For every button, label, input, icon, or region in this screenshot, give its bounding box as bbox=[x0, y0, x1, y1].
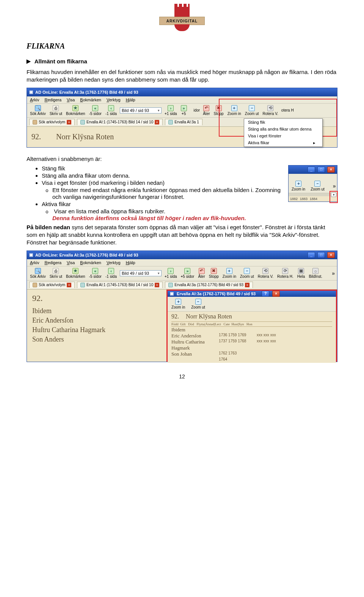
skrivut-button[interactable]: ⎙Skriv ut bbox=[49, 105, 63, 116]
close-button[interactable]: × bbox=[272, 291, 280, 297]
popup-zoomin-button[interactable]: ＋Zoom in bbox=[171, 299, 186, 309]
roterav-button[interactable]: ⟲Rotera V. bbox=[257, 268, 274, 279]
mini-zoomin-button[interactable]: ＋Zoom in bbox=[291, 181, 306, 191]
menu-verktyg[interactable]: Verktyg bbox=[107, 98, 121, 102]
minus1-button[interactable]: ‹-1 sida bbox=[105, 105, 118, 116]
overflow-icon[interactable]: » bbox=[333, 183, 336, 189]
window-title: AD OnLine: Ervalla AI:3a (1762-1776) Bil… bbox=[35, 90, 138, 95]
ctx-visa-eget[interactable]: Visa i eget fönster bbox=[244, 132, 322, 139]
mini-zoomut-button[interactable]: －Zoom ut bbox=[310, 181, 325, 191]
menu-bokmarken[interactable]: Bokmärken bbox=[80, 98, 101, 102]
tab-ervalla1[interactable]: Ervalla AI:1 (1745-1763) Bild 14 / sid 1… bbox=[77, 282, 163, 288]
close-icon[interactable]: × bbox=[245, 283, 249, 287]
tab-overflow-button[interactable]: ▾ bbox=[331, 192, 336, 197]
ater-button[interactable]: ↶Åter bbox=[202, 105, 210, 116]
zoomin-button[interactable]: ＋Zoom in bbox=[227, 105, 242, 116]
ctx-stang-andra[interactable]: Stäng alla andra flikar utom denna bbox=[244, 126, 322, 132]
page-number: 12 bbox=[27, 373, 337, 380]
tab-ervalla1[interactable]: Ervalla AI:1 (1745-1763) Bild 14 / sid 1… bbox=[77, 119, 163, 125]
close-icon[interactable]: × bbox=[67, 120, 71, 124]
intro-paragraph: Flikarnas huvuden innehåller en del funk… bbox=[27, 68, 337, 84]
zoomut-button[interactable]: －Zoom ut bbox=[239, 268, 255, 279]
ctx-aktiva-flikar[interactable]: Aktiva flikar▸ bbox=[244, 139, 322, 146]
popup-zoomut-button[interactable]: －Zoom ut bbox=[190, 299, 206, 309]
overflow-icon[interactable]: » bbox=[332, 270, 335, 276]
bildinst-button[interactable]: ☼BildInst. bbox=[308, 268, 323, 279]
print-icon: ⎙ bbox=[53, 105, 59, 111]
close-icon[interactable]: × bbox=[155, 120, 159, 124]
close-button[interactable]: × bbox=[327, 252, 335, 258]
year-label: 1884 bbox=[310, 197, 317, 201]
ledger-line: Ibidem bbox=[32, 307, 161, 315]
menu-bokmarken[interactable]: Bokmärken bbox=[80, 260, 101, 265]
popup-titlebar: ▣ Ervalla AI:3a (1762-1776) Bild 49 / si… bbox=[168, 291, 336, 297]
document-view: 92. Ibidem Eric Andersſon Huſtru Cathari… bbox=[27, 290, 337, 362]
bokmarken-button[interactable]: ★Bokmärken bbox=[65, 105, 86, 116]
menu-hjalp[interactable]: Hjälp bbox=[126, 98, 135, 102]
zoomin-button[interactable]: ＋Zoom in bbox=[222, 268, 237, 279]
minus5-button[interactable]: «-5 sidor bbox=[88, 268, 102, 279]
plus1-button[interactable]: ›+1 sida bbox=[164, 105, 178, 116]
tab-search[interactable]: Sök arkiv/volym× bbox=[29, 282, 75, 288]
plus5-button[interactable]: »+5 sidor bbox=[180, 268, 195, 279]
plus5-button[interactable]: »+5 bbox=[180, 105, 188, 116]
sok-arkiv-button[interactable]: 🔍Sök Arkiv bbox=[29, 105, 47, 116]
alt-lead: Alternativen i snabbmenyn är: bbox=[27, 155, 337, 163]
hela-button[interactable]: ▣Hela bbox=[297, 268, 306, 279]
ledger-row: 1764 bbox=[171, 357, 332, 361]
minimize-button[interactable]: _ bbox=[308, 167, 315, 173]
red-note: Denna funktion återfinns också längst ti… bbox=[52, 215, 246, 221]
maximize-button[interactable]: □ bbox=[317, 252, 325, 258]
stopp-button[interactable]: ✖Stopp bbox=[213, 105, 224, 116]
menu-redigera[interactable]: Redigera bbox=[44, 98, 61, 102]
page-input[interactable]: Bild 49 / sid 93▾ bbox=[120, 270, 162, 276]
search-tab-icon bbox=[33, 120, 37, 124]
toolbar: 🔍Sök Arkiv ⎙Skriv ut ★Bokmärken «-5 sido… bbox=[27, 104, 337, 118]
minimize-button[interactable]: _ bbox=[308, 252, 315, 258]
rotateright-icon: ⟳ bbox=[282, 268, 288, 274]
undo-icon: ↶ bbox=[203, 105, 209, 111]
ctx-stang-flik[interactable]: Stäng flik bbox=[244, 119, 322, 126]
menu-visa[interactable]: Visa bbox=[67, 98, 75, 102]
ater-button[interactable]: ↶Åter bbox=[197, 268, 206, 279]
help-button[interactable]: ? bbox=[262, 291, 269, 297]
context-menu: Stäng flik Stäng alla andra flikar utom … bbox=[244, 118, 323, 147]
sok-arkiv-button[interactable]: 🔍Sök Arkiv bbox=[29, 268, 47, 279]
search-icon: 🔍 bbox=[35, 268, 41, 274]
ledger-script: Norr Klÿsna Roten bbox=[56, 132, 114, 141]
ledger-number: 92. bbox=[32, 293, 161, 303]
prev-icon: ‹ bbox=[108, 268, 114, 274]
ledger-row: Ibidem bbox=[171, 327, 332, 333]
brand-logo: ARKIVDIGITAL bbox=[27, 0, 337, 42]
menu-visa[interactable]: Visa bbox=[67, 260, 75, 265]
tab-search[interactable]: Sök arkiv/volym× bbox=[29, 119, 75, 125]
zoomout-icon: － bbox=[314, 181, 320, 187]
tab-ervalla3a[interactable]: Ervalla AI:3a (1762-1776) Bild 49 / sid … bbox=[165, 282, 253, 288]
zoomut-button[interactable]: －Zoom ut bbox=[244, 105, 260, 116]
roterav-button[interactable]: ⟲Rotera V. bbox=[262, 105, 279, 116]
prev5-icon: « bbox=[92, 268, 98, 274]
close-icon[interactable]: × bbox=[67, 283, 71, 287]
plus1-button[interactable]: ›+1 sida bbox=[164, 268, 178, 279]
page-input[interactable]: Bild 49 / sid 93▾ bbox=[120, 107, 162, 113]
roterah-button[interactable]: ⟳Rotera H. bbox=[276, 268, 294, 279]
skrivut-button[interactable]: ⎙Skriv ut bbox=[49, 268, 63, 279]
next5-icon: » bbox=[181, 105, 187, 111]
menu-hjalp[interactable]: Hjälp bbox=[126, 260, 135, 265]
minus1-button[interactable]: ‹-1 sida bbox=[105, 268, 118, 279]
bokmarken-button[interactable]: ★Bokmärken bbox=[65, 268, 86, 279]
undo-icon: ↶ bbox=[199, 268, 205, 274]
maximize-button[interactable]: □ bbox=[317, 167, 325, 173]
menu-redigera[interactable]: Redigera bbox=[44, 260, 61, 265]
menu-arkiv[interactable]: Arkiv bbox=[30, 260, 39, 265]
tab-ervalla3a[interactable]: Ervalla AI:3a 1 bbox=[165, 119, 202, 125]
stopp-button[interactable]: ✖Stopp bbox=[208, 268, 220, 279]
minus5-button[interactable]: «-5 sidor bbox=[88, 105, 102, 116]
ledger-line: Son Anders bbox=[32, 336, 161, 343]
brand-text: ARKIVDIGITAL bbox=[159, 17, 205, 25]
menu-arkiv[interactable]: Arkiv bbox=[30, 98, 39, 102]
menu-verktyg[interactable]: Verktyg bbox=[107, 260, 121, 265]
close-icon[interactable]: × bbox=[155, 283, 159, 287]
close-button[interactable]: × bbox=[327, 167, 335, 173]
zoomout-icon: － bbox=[244, 268, 250, 274]
